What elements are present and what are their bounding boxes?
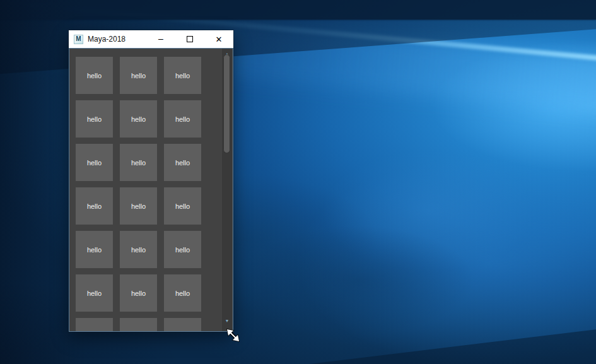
hello-button[interactable]: hello <box>120 231 157 268</box>
hello-button[interactable]: hello <box>76 318 113 332</box>
hello-button[interactable]: hello <box>76 274 113 312</box>
maya-logo-icon[interactable]: M <box>74 35 83 44</box>
caption-buttons: – ✕ <box>146 30 233 48</box>
hello-button[interactable]: hello <box>120 274 157 312</box>
desktop: M Maya-2018 – ✕ hellohellohellohellohell… <box>0 0 596 364</box>
hello-button[interactable]: hello <box>120 100 157 138</box>
scrollbar-thumb[interactable] <box>223 54 230 153</box>
hello-button[interactable]: hello <box>120 318 157 332</box>
hello-button[interactable]: hello <box>164 274 201 312</box>
vertical-scrollbar[interactable]: ▲ ▼ <box>222 49 232 331</box>
minimize-button[interactable]: – <box>146 30 175 48</box>
scroll-down-icon[interactable]: ▼ <box>222 317 232 324</box>
hello-button[interactable]: hello <box>76 187 113 225</box>
button-grid: hellohellohellohellohellohellohellohello… <box>76 57 201 332</box>
titlebar[interactable]: M Maya-2018 – ✕ <box>69 30 233 48</box>
hello-button[interactable]: hello <box>120 57 157 94</box>
hello-button[interactable]: hello <box>164 57 201 94</box>
close-icon: ✕ <box>216 35 223 44</box>
resize-nwse-cursor <box>225 327 242 344</box>
maximize-icon <box>187 36 193 42</box>
minimize-icon: – <box>158 34 163 43</box>
hello-button[interactable]: hello <box>76 144 113 181</box>
window-content: hellohellohellohellohellohellohellohello… <box>69 48 233 332</box>
hello-button[interactable]: hello <box>120 144 157 181</box>
hello-button[interactable]: hello <box>120 187 157 225</box>
hello-button[interactable]: hello <box>164 318 201 332</box>
hello-button[interactable]: hello <box>164 144 201 181</box>
maya-window: M Maya-2018 – ✕ hellohellohellohellohell… <box>69 30 233 332</box>
hello-button[interactable]: hello <box>164 187 201 225</box>
close-button[interactable]: ✕ <box>204 30 233 48</box>
hello-button[interactable]: hello <box>76 100 113 138</box>
maximize-button[interactable] <box>175 30 204 48</box>
hello-button[interactable]: hello <box>76 231 113 268</box>
hello-button[interactable]: hello <box>76 57 113 94</box>
window-title: Maya-2018 <box>88 35 146 44</box>
hello-button[interactable]: hello <box>164 231 201 268</box>
hello-button[interactable]: hello <box>164 100 201 138</box>
